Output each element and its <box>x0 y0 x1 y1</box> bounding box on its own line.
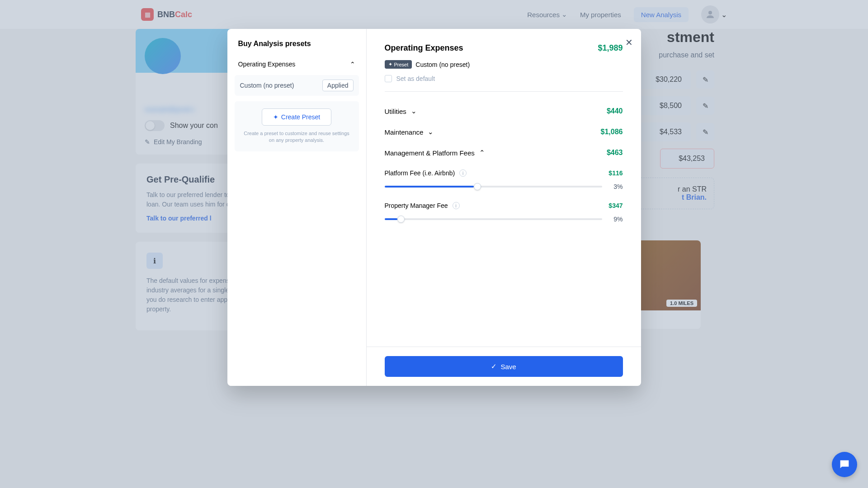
chevron-up-icon: ⌃ <box>479 149 485 157</box>
preset-section-toggle[interactable]: Operating Expenses ⌃ <box>235 57 359 71</box>
preset-item-label: Custom (no preset) <box>240 82 294 89</box>
property-manager-pct: 9% <box>609 216 623 223</box>
platform-fee-row: Platform Fee (i.e. Airbnb)i $116 <box>385 163 623 183</box>
modal-footer: ✓ Save <box>367 347 641 386</box>
create-preset-label: Create Preset <box>281 113 320 121</box>
set-default-label: Set as default <box>396 75 435 82</box>
preset-item-custom[interactable]: Custom (no preset) Applied <box>235 75 359 96</box>
utilities-amount: $440 <box>607 107 623 115</box>
close-button[interactable]: ✕ <box>625 37 633 48</box>
custom-preset-label: Custom (no preset) <box>415 61 470 68</box>
platform-fee-label: Platform Fee (i.e. Airbnb) <box>385 169 455 177</box>
create-preset-help: Create a preset to customize and reuse s… <box>242 130 352 144</box>
preset-tag-row: ✦Preset Custom (no preset) <box>385 60 623 69</box>
preset-tag: ✦Preset <box>385 60 412 69</box>
info-icon[interactable]: i <box>459 169 467 177</box>
save-label: Save <box>500 363 516 371</box>
modal-sidebar: Buy Analysis presets Operating Expenses … <box>227 29 367 386</box>
sparkle-icon: ✦ <box>388 61 392 67</box>
chat-icon <box>838 458 851 471</box>
management-fees-label: Management & Platform Fees <box>385 149 475 157</box>
management-fees-row[interactable]: Management & Platform Fees⌃ $463 <box>385 142 623 163</box>
modal-sidebar-title: Buy Analysis presets <box>235 40 359 48</box>
create-preset-box: ✦ Create Preset Create a preset to custo… <box>235 101 359 151</box>
platform-fee-amount: $116 <box>609 169 623 177</box>
operating-expenses-title: Operating Expenses <box>385 43 463 53</box>
create-preset-button[interactable]: ✦ Create Preset <box>262 108 331 126</box>
sparkle-icon: ✦ <box>273 113 278 121</box>
modal-main: ✕ Operating Expenses $1,989 ✦Preset Cust… <box>367 29 641 386</box>
operating-expenses-modal: Buy Analysis presets Operating Expenses … <box>227 29 641 386</box>
chevron-up-icon: ⌃ <box>350 61 355 68</box>
chevron-down-icon: ⌄ <box>411 107 417 115</box>
property-manager-fee-row: Property Manager Feei $347 <box>385 196 623 216</box>
slider-fill <box>385 186 474 188</box>
maintenance-label: Maintenance <box>385 128 424 136</box>
platform-fee-slider-row: 3% <box>385 183 623 190</box>
property-manager-slider-row: 9% <box>385 216 623 223</box>
maintenance-row[interactable]: Maintenance⌄ $1,086 <box>385 122 623 142</box>
property-manager-fee-label: Property Manager Fee <box>385 202 448 209</box>
operating-expenses-total: $1,989 <box>598 43 623 53</box>
utilities-row[interactable]: Utilities⌄ $440 <box>385 101 623 122</box>
platform-fee-pct: 3% <box>609 183 623 190</box>
preset-tag-label: Preset <box>394 62 409 67</box>
slider-thumb[interactable] <box>474 183 481 190</box>
modal-overlay: Buy Analysis presets Operating Expenses … <box>0 0 868 488</box>
divider <box>385 91 623 92</box>
set-default-checkbox[interactable] <box>385 75 392 82</box>
management-fees-amount: $463 <box>607 149 623 157</box>
maintenance-amount: $1,086 <box>601 128 623 136</box>
applied-badge: Applied <box>322 80 354 91</box>
property-manager-slider[interactable] <box>385 218 602 220</box>
chevron-down-icon: ⌄ <box>428 128 434 136</box>
set-default-row: Set as default <box>385 75 623 82</box>
slider-thumb[interactable] <box>397 216 405 223</box>
check-icon: ✓ <box>491 362 497 371</box>
platform-fee-slider[interactable] <box>385 186 602 188</box>
chat-fab[interactable] <box>832 452 857 477</box>
utilities-label: Utilities <box>385 108 406 115</box>
preset-section-label: Operating Expenses <box>238 61 296 68</box>
info-icon[interactable]: i <box>453 202 460 209</box>
property-manager-fee-amount: $347 <box>609 202 623 209</box>
slider-fill <box>385 218 398 220</box>
section-header: Operating Expenses $1,989 <box>385 43 623 53</box>
modal-body: ✕ Operating Expenses $1,989 ✦Preset Cust… <box>367 29 641 347</box>
save-button[interactable]: ✓ Save <box>385 356 623 377</box>
